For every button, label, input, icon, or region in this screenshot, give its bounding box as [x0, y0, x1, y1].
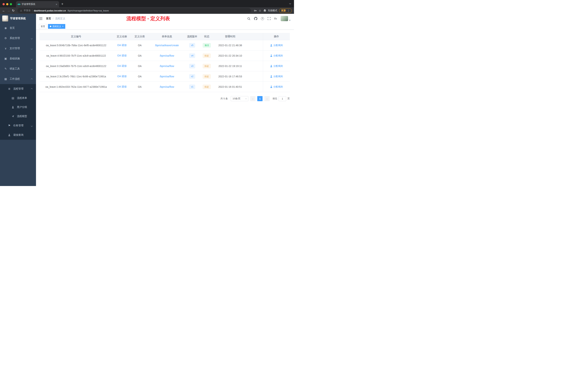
assign-rule-link[interactable]: 分配规则	[270, 75, 283, 78]
person-icon	[270, 86, 273, 88]
assign-rule-link[interactable]: 分配规则	[270, 65, 283, 68]
tag-process-definition[interactable]: 流程定义 ×	[48, 24, 65, 29]
bookmark-star-icon[interactable]: ☆	[259, 9, 261, 12]
table-row: oa_leave:2:3c1f0ef1-76b1-11ec-9c66-a2380…	[40, 71, 290, 82]
sidebar-item-workflow[interactable]: ▦ 工作流程	[0, 74, 36, 84]
tag-close-icon[interactable]: ×	[62, 25, 63, 27]
sidebar-item-leave-query[interactable]: 请假查询	[0, 130, 36, 140]
help-icon[interactable]: ?	[261, 17, 264, 20]
page-unit-label: 页	[287, 97, 290, 100]
action-link-label: 分配规则	[273, 65, 283, 68]
page-size-select[interactable]: 10条/页	[231, 96, 248, 101]
sidebar-item-process-model[interactable]: 流程模型	[0, 112, 36, 121]
active-dot	[50, 26, 51, 27]
forward-icon[interactable]: →	[7, 9, 10, 12]
password-key-icon[interactable]	[254, 9, 257, 12]
sidebar-item-payment[interactable]: ¥ 支付管理	[0, 43, 36, 54]
chevron-down-icon	[31, 37, 32, 40]
breadcrumb: 首页 / 流程定义	[46, 17, 65, 20]
assign-rule-link[interactable]: 分配规则	[270, 85, 283, 88]
user-avatar[interactable]: ▼	[281, 16, 291, 21]
status-tag: 挂起	[203, 64, 211, 68]
status-tag: 激活	[203, 43, 211, 47]
sidebar-item-infrastructure[interactable]: ▣ 基础设施	[0, 54, 36, 64]
user-group-icon	[11, 106, 15, 108]
github-icon[interactable]	[254, 17, 257, 20]
workflow-icon: ▦	[4, 77, 7, 81]
col-filler	[246, 33, 263, 40]
tab-search-icon[interactable]	[289, 1, 291, 5]
cell-category: OA	[131, 71, 148, 82]
table-row: oa_leave:5:004b710b-7b8a-11ec-8ef0-acde4…	[40, 40, 290, 51]
cell-definition-id: oa_leave:1:482ec033-762a-11ec-8477-a2380…	[40, 82, 113, 92]
cell-filler	[246, 82, 263, 92]
search-icon[interactable]	[247, 17, 250, 20]
table-header: 定义编号 定义名称 定义分类 表单信息 流程版本 状态 部署时间 操作	[40, 33, 290, 40]
definition-name-link[interactable]: OA 请假	[117, 85, 126, 88]
tab-title: 芋道管理系统	[22, 3, 54, 6]
sidebar-item-devtools[interactable]: ✎ 研发工具	[0, 64, 36, 74]
caret-down-icon: ▼	[289, 19, 291, 21]
form-link[interactable]: /bpm/oa/flow	[160, 85, 174, 88]
breadcrumb-home[interactable]: 首页	[46, 17, 51, 20]
definition-name-link[interactable]: OA 请假	[117, 65, 126, 68]
goto-label: 前往	[273, 97, 277, 100]
back-icon[interactable]: ←	[2, 9, 5, 12]
sidebar-item-user-group[interactable]: 用户分组	[0, 103, 36, 112]
definition-name-link[interactable]: OA 请假	[117, 75, 126, 78]
definition-name-link[interactable]: OA 请假	[117, 54, 126, 57]
flag-icon: ⚑	[8, 124, 11, 127]
version-tag: v3	[189, 64, 195, 68]
prev-page-button[interactable]: ‹	[250, 96, 255, 101]
assign-rule-link[interactable]: 分配规则	[270, 44, 283, 47]
person-icon	[8, 134, 11, 136]
maximize-window-button[interactable]	[10, 3, 12, 5]
col-status: 状态	[199, 33, 215, 40]
browser-tab[interactable]: 芋道管理系统 ×	[16, 1, 59, 7]
form-link[interactable]: /bpm/oa/flow	[160, 75, 174, 78]
sidebar-item-system[interactable]: ⚙ 系统管理	[0, 33, 36, 43]
browser-menu-icon[interactable]: ⋮	[287, 9, 290, 12]
cell-category: OA	[131, 61, 148, 71]
url-host: dashboard.yudao.iocoder.cn	[34, 9, 66, 12]
sidebar-item-process-manage[interactable]: ≣ 流程管理	[0, 84, 36, 94]
reload-icon[interactable]: ↻	[12, 9, 15, 12]
update-button[interactable]: 更新 ⋮	[279, 8, 292, 13]
status-tag: 挂起	[203, 74, 211, 79]
infrastructure-icon: ▣	[4, 57, 7, 60]
goto-page-input[interactable]	[279, 96, 286, 101]
col-category: 定义分类	[131, 33, 148, 40]
next-page-button[interactable]: ›	[264, 96, 270, 101]
definition-name-link[interactable]: OA 请假	[117, 44, 126, 47]
font-size-icon[interactable]: TT	[274, 17, 277, 20]
chevron-down-icon	[245, 98, 247, 99]
new-tab-button[interactable]: +	[61, 2, 63, 6]
table-body: oa_leave:5:004b710b-7b8a-11ec-8ef0-acde4…	[40, 40, 290, 92]
page-1-button[interactable]: 1	[257, 96, 262, 101]
list-icon: ≣	[8, 87, 11, 90]
assign-rule-link[interactable]: 分配规则	[270, 54, 283, 57]
definition-table: 定义编号 定义名称 定义分类 表单信息 流程版本 状态 部署时间 操作 oa_l…	[40, 33, 290, 92]
tag-home[interactable]: 首页	[39, 24, 47, 29]
tab-close-icon[interactable]: ×	[56, 3, 57, 6]
fullscreen-icon[interactable]	[268, 17, 271, 20]
sidebar-item-process-form[interactable]: ▤ 流程表单	[0, 94, 36, 103]
form-link[interactable]: /bpm/oa/flow	[160, 54, 174, 57]
minimize-window-button[interactable]	[6, 3, 8, 5]
cell-filler	[246, 71, 263, 82]
close-window-button[interactable]	[2, 3, 5, 5]
cell-category: OA	[131, 51, 148, 61]
form-link[interactable]: /bpm/oa/leave/create	[155, 44, 179, 47]
cell-category: OA	[131, 82, 148, 92]
cell-definition-id: oa_leave:4:991f2193-7b7f-11ec-a3c8-acde4…	[40, 51, 113, 61]
hamburger-icon[interactable]	[39, 18, 42, 19]
form-link[interactable]: /bpm/oa/flow	[160, 65, 174, 67]
action-link-label: 分配规则	[273, 44, 283, 47]
sidebar-item-home[interactable]: ◉ 首页	[0, 23, 36, 33]
update-label: 更新	[281, 9, 286, 12]
sidebar-item-task-manage[interactable]: ⚑ 任务管理	[0, 121, 36, 130]
cell-definition-id: oa_leave:3:1fad3d93-7b75-11ec-a3c8-acde4…	[40, 61, 113, 71]
address-bar[interactable]: ⚠ 不安全 dashboard.yudao.iocoder.cn /bpm/ma…	[17, 8, 251, 13]
sidebar-logo[interactable]: 芋道管理系统	[0, 14, 36, 23]
browser-tab-strip: 芋道管理系统 × +	[0, 0, 294, 7]
